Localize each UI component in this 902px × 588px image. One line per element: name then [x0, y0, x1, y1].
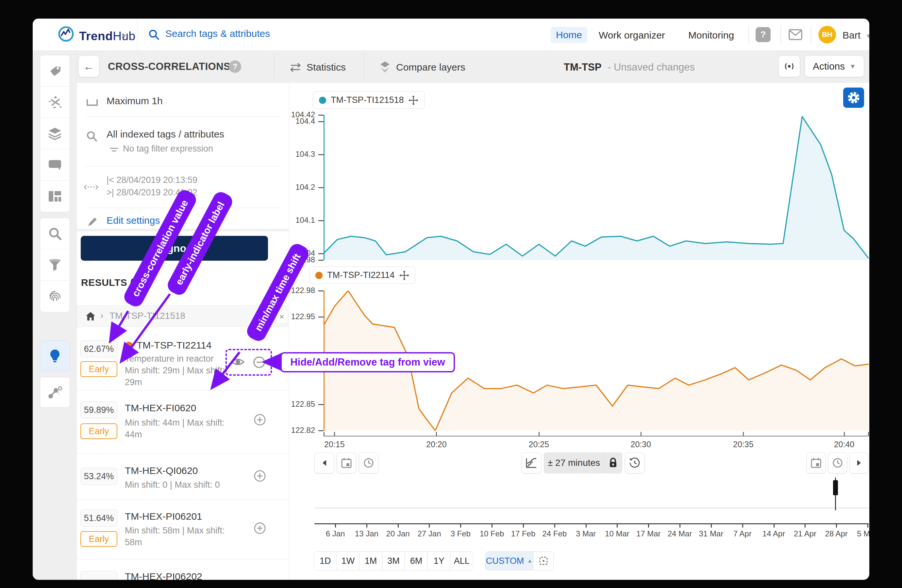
x-tick-label: 20:35 [723, 440, 763, 449]
clock-icon [832, 457, 843, 468]
x-tick [334, 432, 335, 436]
app-window: TrendHub ▾ Home Work organizer Monitorin… [33, 19, 869, 580]
y-tick [318, 291, 324, 291]
calendar-end-button[interactable] [806, 452, 825, 473]
y-tick [318, 220, 324, 221]
x-tick-label: 20:20 [417, 440, 456, 449]
y-tick [318, 154, 324, 155]
x-tick-label: 20:30 [621, 440, 661, 449]
x-tick-label: 20:25 [519, 440, 559, 449]
time-axis [324, 436, 869, 436]
x-tick [324, 432, 324, 436]
month-tick-label: 5 May [848, 529, 869, 538]
time-shift-range-label: ± 27 minutes [544, 458, 604, 468]
zoom-all[interactable]: ALL [450, 552, 473, 570]
y-tick [318, 187, 324, 188]
y-tick [318, 115, 324, 116]
focus-chart-button[interactable] [533, 552, 553, 570]
calendar-icon [811, 457, 822, 468]
trend-steps-icon [526, 457, 537, 468]
month-axis [315, 523, 869, 524]
right-triangle-icon [857, 459, 862, 466]
screenshot-stage: TrendHub ▾ Home Work organizer Monitorin… [0, 0, 902, 588]
zoom-1w[interactable]: 1W [337, 552, 360, 570]
calendar-start-button[interactable] [337, 452, 356, 473]
y-tick [318, 253, 324, 254]
step-back-button[interactable] [315, 452, 334, 473]
zoom-6m[interactable]: 6M [405, 552, 428, 570]
y-tick-label: 104.1 [265, 216, 315, 225]
y-tick [318, 260, 324, 261]
y-tick [318, 404, 324, 405]
y-tick-label: 122.82 [265, 425, 315, 435]
y-tick-label: 104.2 [265, 183, 315, 192]
zoom-preset-group: 1D 1W 1M 3M 6M 1Y ALL [314, 551, 473, 570]
time-shift-range-button[interactable]: ± 27 minutes [544, 452, 622, 473]
history-icon [629, 457, 640, 469]
y-tick-label: 122.85 [265, 399, 315, 409]
left-triangle-icon [322, 459, 327, 466]
zoom-3m[interactable]: 3M [382, 552, 405, 570]
zoom-1m[interactable]: 1M [360, 552, 382, 570]
clock-end-button[interactable] [828, 452, 847, 473]
zoom-custom[interactable]: CUSTOM ▲ [485, 552, 533, 570]
x-tick [743, 432, 744, 436]
y-tick-label: 104.3 [265, 150, 315, 159]
trend-chart-TM-TSP-TI121518[interactable] [324, 115, 869, 260]
y-tick [318, 121, 324, 122]
y-tick [318, 316, 324, 317]
x-tick [539, 432, 540, 436]
clock-icon [363, 457, 374, 468]
x-tick [868, 432, 869, 436]
caret-up-icon: ▲ [527, 558, 532, 564]
callout-hide-add-remove: Hide/Add/Remove tag from view [280, 352, 455, 372]
y-tick-label: 104.4 [265, 117, 315, 126]
history-button[interactable] [625, 452, 644, 473]
x-tick [844, 432, 845, 436]
zoom-custom-label: CUSTOM [486, 556, 524, 566]
clock-start-button[interactable] [359, 452, 379, 473]
x-tick [436, 432, 437, 436]
x-tick-label: 20:40 [825, 440, 864, 449]
x-tick-label: 20:15 [315, 440, 354, 449]
tag-controls-highlight [226, 349, 272, 376]
trend-compare-button[interactable] [521, 452, 541, 473]
calendar-icon [341, 457, 352, 468]
y-tick [318, 430, 324, 431]
lock-icon[interactable] [604, 452, 622, 473]
timeline-scrubber-handle[interactable] [833, 480, 838, 495]
step-forward-button[interactable] [850, 452, 869, 473]
zoom-1d[interactable]: 1D [314, 552, 337, 570]
zoom-1y[interactable]: 1Y [428, 552, 451, 570]
context-bar[interactable] [315, 480, 869, 508]
x-tick [640, 432, 642, 436]
frame-icon [539, 556, 548, 566]
zoom-custom-group: CUSTOM ▲ [485, 551, 554, 570]
